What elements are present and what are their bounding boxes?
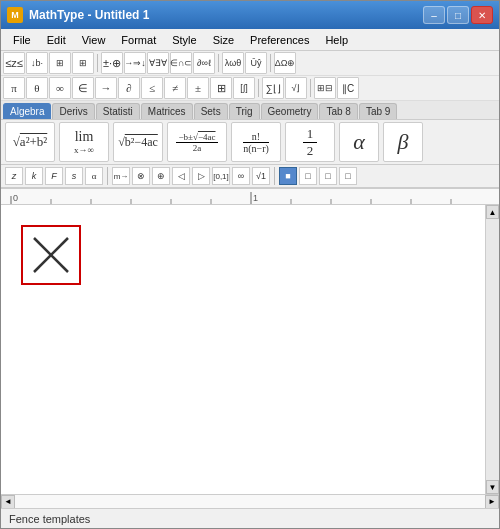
- sym-forall[interactable]: ∀∃∀: [147, 52, 169, 74]
- sym-Uhat[interactable]: Ûŷ: [245, 52, 267, 74]
- lim-template-btn[interactable]: lim x→∞: [59, 122, 109, 162]
- sep4: [258, 79, 259, 97]
- sm-otimes[interactable]: ⊗: [132, 167, 150, 185]
- tab-algebra[interactable]: Algebra: [3, 103, 51, 119]
- toolbar-area: ≤z≤ ↓b· ⊞ ⊞ ±·⊕ →⇒↓ ∀∃∀ ∈∩⊂ ∂∞ℓ λωθ Ûŷ Δ…: [1, 51, 499, 189]
- sym-C[interactable]: ∥C: [337, 77, 359, 99]
- quadratic-sqrt-btn[interactable]: √b²−4ac: [113, 122, 163, 162]
- tab-matrices[interactable]: Matrices: [141, 103, 193, 119]
- tab-sets[interactable]: Sets: [194, 103, 228, 119]
- sym-sqrt2[interactable]: √⌋: [285, 77, 307, 99]
- menu-view[interactable]: View: [74, 32, 114, 48]
- menu-bar: File Edit View Format Style Size Prefere…: [1, 29, 499, 51]
- editor-container: ▲ ▼: [1, 205, 499, 494]
- sym-pm2[interactable]: ±: [187, 77, 209, 99]
- beta-template-btn[interactable]: β: [383, 122, 423, 162]
- sep5: [310, 79, 311, 97]
- sym-grid2[interactable]: ⊞: [72, 52, 94, 74]
- menu-format[interactable]: Format: [113, 32, 164, 48]
- scroll-up-button[interactable]: ▲: [486, 205, 499, 219]
- zoom-btn-3[interactable]: □: [319, 167, 337, 185]
- sym-matrix[interactable]: ⊞⊟: [314, 77, 336, 99]
- sm-marrow[interactable]: m→: [112, 167, 130, 185]
- sym-theta2[interactable]: θ: [26, 77, 48, 99]
- tab-geometry[interactable]: Geometry: [261, 103, 319, 119]
- sym-delta[interactable]: ΔΩ⊕: [274, 52, 296, 74]
- h-scroll-track: [15, 495, 485, 509]
- sym-arrows1[interactable]: →⇒↓: [124, 52, 146, 74]
- sm-interval[interactable]: [0,1]: [212, 167, 230, 185]
- symbol-row-1: ≤z≤ ↓b· ⊞ ⊞ ±·⊕ →⇒↓ ∀∃∀ ∈∩⊂ ∂∞ℓ λωθ Ûŷ Δ…: [1, 51, 499, 76]
- sym-element2[interactable]: ∈: [72, 77, 94, 99]
- template-button-row: √a²+b² lim x→∞ √b²−4ac −b±√−4ac 2a: [1, 120, 499, 165]
- sym-sum2[interactable]: ∑⌊⌋: [262, 77, 284, 99]
- tab-8[interactable]: Tab 8: [319, 103, 357, 119]
- sym-arrow-b[interactable]: ↓b·: [26, 52, 48, 74]
- maximize-button[interactable]: □: [447, 6, 469, 24]
- zoom-btn-4[interactable]: □: [339, 167, 357, 185]
- tab-9[interactable]: Tab 9: [359, 103, 397, 119]
- menu-help[interactable]: Help: [317, 32, 356, 48]
- sym-times2[interactable]: ≠: [164, 77, 186, 99]
- scroll-left-button[interactable]: ◄: [1, 495, 15, 509]
- sym-lte-z[interactable]: ≤z≤: [3, 52, 25, 74]
- scroll-right-button[interactable]: ►: [485, 495, 499, 509]
- menu-preferences[interactable]: Preferences: [242, 32, 317, 48]
- scroll-down-button[interactable]: ▼: [486, 480, 499, 494]
- alpha-template-btn[interactable]: α: [339, 122, 379, 162]
- sm-z[interactable]: z: [5, 167, 23, 185]
- menu-style[interactable]: Style: [164, 32, 204, 48]
- sym-dots[interactable]: ⊞: [210, 77, 232, 99]
- sm-alpha[interactable]: α: [85, 167, 103, 185]
- quadratic-formula-btn[interactable]: −b±√−4ac 2a: [167, 122, 227, 162]
- sm-sqrt[interactable]: √1: [252, 167, 270, 185]
- ruler-svg: 0 1: [1, 189, 499, 204]
- sm-infty2[interactable]: ∞: [232, 167, 250, 185]
- sym-brackets[interactable]: [∫]: [233, 77, 255, 99]
- sm-s[interactable]: s: [65, 167, 83, 185]
- sm-langle[interactable]: ◁: [172, 167, 190, 185]
- editor-area[interactable]: [1, 205, 485, 494]
- sep1: [97, 54, 98, 72]
- sym-leq2[interactable]: ≤: [141, 77, 163, 99]
- sym-infty[interactable]: ∞: [49, 77, 71, 99]
- menu-file[interactable]: File: [5, 32, 39, 48]
- status-bar: Fence templates: [1, 508, 499, 528]
- sm-rangle[interactable]: ▷: [192, 167, 210, 185]
- sym-plusminus[interactable]: ±·⊕: [101, 52, 123, 74]
- main-window: M MathType - Untitled 1 – □ ✕ File Edit …: [0, 0, 500, 529]
- template-tabs: Algebra Derivs Statisti Matrices Sets Tr…: [1, 101, 499, 120]
- sep7: [274, 167, 275, 185]
- half-template-btn[interactable]: 1 2: [285, 122, 335, 162]
- sym-lambda[interactable]: λωθ: [222, 52, 244, 74]
- tab-statisti[interactable]: Statisti: [96, 103, 140, 119]
- vertical-scrollbar: ▲ ▼: [485, 205, 499, 494]
- tab-derivs[interactable]: Derivs: [52, 103, 94, 119]
- horizontal-scrollbar: ◄ ►: [1, 494, 499, 508]
- sqrt-template-btn[interactable]: √a²+b²: [5, 122, 55, 162]
- tab-trig[interactable]: Trig: [229, 103, 260, 119]
- zoom-btn-2[interactable]: □: [299, 167, 317, 185]
- menu-edit[interactable]: Edit: [39, 32, 74, 48]
- sym-element[interactable]: ∈∩⊂: [170, 52, 192, 74]
- minimize-button[interactable]: –: [423, 6, 445, 24]
- sym-arrow2[interactable]: →: [95, 77, 117, 99]
- small-toolbar: z k F s α m→ ⊗ ⊕ ◁ ▷ [0,1] ∞ √1 ■ □ □ □: [1, 165, 499, 188]
- nfact-template-btn[interactable]: n! n(n−r): [231, 122, 281, 162]
- sm-F[interactable]: F: [45, 167, 63, 185]
- sm-oplus[interactable]: ⊕: [152, 167, 170, 185]
- zoom-btn-1[interactable]: ■: [279, 167, 297, 185]
- svg-text:1: 1: [253, 193, 258, 203]
- sm-k[interactable]: k: [25, 167, 43, 185]
- sym-grid1[interactable]: ⊞: [49, 52, 71, 74]
- status-text: Fence templates: [9, 513, 90, 525]
- menu-size[interactable]: Size: [205, 32, 242, 48]
- close-button[interactable]: ✕: [471, 6, 493, 24]
- sep3: [270, 54, 271, 72]
- math-box[interactable]: [21, 225, 81, 285]
- sep6: [107, 167, 108, 185]
- sym-pi[interactable]: π: [3, 77, 25, 99]
- sym-partial2[interactable]: ∂: [118, 77, 140, 99]
- svg-text:0: 0: [13, 193, 18, 203]
- sym-partial[interactable]: ∂∞ℓ: [193, 52, 215, 74]
